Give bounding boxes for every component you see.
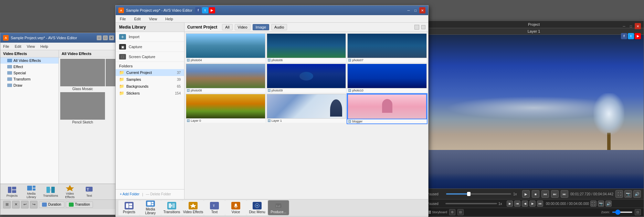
media-thumb-photo08[interactable]: 🖼 photo08: [186, 64, 265, 93]
back-btn-text[interactable]: T Text: [80, 185, 98, 198]
volume-icon2[interactable]: 🔊: [605, 200, 612, 207]
toolbar-voice-button[interactable]: Voice: [225, 200, 246, 215]
storyboard-settings-btn2[interactable]: ⚙: [449, 209, 455, 215]
back-btn-projects[interactable]: Projects: [3, 185, 21, 198]
back-menu-edit[interactable]: Edit: [15, 44, 21, 48]
media-thumb-photo06[interactable]: 🖼 photo06: [267, 33, 346, 62]
project-zoom-fit-btn[interactable]: ⊡: [635, 209, 641, 215]
fullscreen-icon2[interactable]: ⛶: [590, 200, 597, 207]
media-thumb-photo04[interactable]: 🖼 photo04: [186, 33, 265, 62]
project-yt-icon[interactable]: ▶: [635, 33, 641, 39]
transport-step-button[interactable]: ⏭: [561, 190, 568, 198]
back-delete-btn[interactable]: ✕: [12, 201, 20, 208]
back-effect-glass-mosaic[interactable]: Glass Mosaic: [60, 59, 105, 91]
main-menu-view[interactable]: View: [148, 16, 159, 22]
main-menu-help[interactable]: Help: [164, 16, 175, 22]
snapshot-icon2[interactable]: 📷: [598, 200, 604, 207]
toolbar-disc-button[interactable]: Disc Menu: [246, 200, 268, 215]
facebook-icon[interactable]: f: [195, 7, 201, 13]
back-undo-btn[interactable]: ↩: [21, 201, 29, 208]
toolbar-text-button[interactable]: T Text: [204, 200, 225, 215]
back-tree-effect[interactable]: Effect: [0, 64, 59, 70]
back-menu-view[interactable]: View: [27, 44, 35, 48]
back-grid-btn[interactable]: ⊞: [3, 201, 11, 208]
scale-icon-small[interactable]: [421, 25, 425, 29]
twitter-icon[interactable]: t: [202, 7, 208, 13]
filter-audio-button[interactable]: Audio: [271, 24, 287, 30]
back-close-button[interactable]: ✕: [109, 35, 114, 40]
toolbar-produce-button[interactable]: Produce...: [268, 200, 289, 215]
back-effect-pencil-sketch[interactable]: Pencil Sketch: [60, 92, 105, 125]
back-menu-file[interactable]: File: [3, 44, 9, 48]
main-minimize-button[interactable]: ─: [405, 7, 412, 13]
transport2-prevframe-button[interactable]: ◀: [522, 200, 528, 207]
back-tree-special[interactable]: Special: [0, 70, 59, 76]
transport2-nextframe-button[interactable]: ▶: [529, 200, 536, 207]
back-duration-btn[interactable]: Duration: [39, 202, 64, 208]
folder-current-project[interactable]: 📁 Current Project 37: [116, 69, 184, 76]
back-btn-vfx[interactable]: Video Effects: [61, 185, 79, 198]
screen-capture-button[interactable]: ⬚ Screen Capture: [116, 52, 184, 62]
back-maximize-button[interactable]: □: [103, 35, 108, 40]
back-transition-btn[interactable]: Transition: [66, 202, 93, 208]
project-zoom-slider[interactable]: [612, 211, 633, 213]
toolbar-vfx-button[interactable]: Video Effects: [182, 200, 204, 215]
transport2-play-button[interactable]: ▶: [507, 200, 513, 207]
storyboard-panel-btn[interactable]: ⊟: [457, 209, 464, 215]
transport-stop-button[interactable]: ■: [532, 190, 539, 198]
main-maximize-button[interactable]: □: [412, 7, 419, 13]
toolbar-projects-button[interactable]: Projects: [118, 200, 140, 215]
main-menu-edit[interactable]: Edit: [133, 16, 142, 22]
media-thumb-layer1[interactable]: 🖼 Layer 1: [267, 94, 346, 123]
volume-icon[interactable]: 🔊: [633, 190, 641, 198]
capture-button[interactable]: ▣ Capture: [116, 42, 184, 52]
main-menu-file[interactable]: File: [118, 16, 127, 22]
folder-stickers[interactable]: 📁 Stickers 154: [116, 90, 184, 97]
back-tree-all-video-effects[interactable]: All Video Effects: [0, 57, 59, 64]
filter-all-button[interactable]: All: [222, 24, 232, 30]
folder-samples[interactable]: 📁 Samples 39: [116, 76, 184, 83]
media-thumb-photo10[interactable]: 🖼 photo10: [347, 64, 427, 93]
media-thumb-blogger[interactable]: 🖼 blogger: [347, 94, 427, 123]
back-menu-help[interactable]: Help: [40, 44, 48, 48]
media-thumb-photo07[interactable]: 🖼 photo07: [347, 33, 427, 62]
project-progress-handle[interactable]: [467, 192, 471, 196]
add-folder-button[interactable]: + Add Folder: [118, 192, 141, 197]
project-progress-bar2[interactable]: [445, 203, 497, 204]
transport-play-button[interactable]: ▶: [522, 190, 530, 198]
back-redo-btn[interactable]: ↪: [30, 201, 38, 208]
media-thumb-layer0[interactable]: 🖼 Layer 0: [186, 94, 265, 123]
toolbar-medlib-button[interactable]: Media Library: [140, 200, 161, 215]
project-fb-icon[interactable]: f: [621, 33, 627, 39]
youtube-icon[interactable]: ▶: [209, 7, 215, 13]
media-thumb-photo09[interactable]: 🖼 photo09: [267, 64, 346, 93]
filter-video-button[interactable]: Video: [235, 24, 251, 30]
project-progress-bar[interactable]: [446, 193, 511, 195]
project-maximize-button[interactable]: □: [628, 23, 634, 29]
folder-backgrounds[interactable]: 📁 Backgrounds 65: [116, 83, 184, 90]
back-tree-transform[interactable]: Transform: [0, 76, 59, 82]
filter-image-button[interactable]: Image: [253, 24, 270, 30]
toolbar-transitions-label: Transitions: [163, 210, 180, 214]
back-tree-draw[interactable]: Draw: [0, 82, 59, 88]
fullscreen-icon[interactable]: ⛶: [615, 190, 623, 198]
transport-prev-button[interactable]: ⏮: [541, 190, 549, 198]
main-close-button[interactable]: ✕: [419, 7, 425, 13]
photo08-image: [186, 64, 265, 88]
transport2-next-button[interactable]: ⏭: [537, 200, 543, 207]
toolbar-transitions-button[interactable]: Transitions: [161, 200, 182, 215]
project-tw-icon[interactable]: t: [628, 33, 634, 39]
transport-next-button[interactable]: ⏭: [551, 190, 559, 198]
back-minimize-button[interactable]: ─: [97, 35, 102, 40]
main-app-icon: A: [118, 8, 124, 13]
back-btn-transitions[interactable]: Transitions: [42, 185, 60, 198]
back-btn-medlib[interactable]: Media Library: [22, 185, 40, 198]
scale-control[interactable]: [414, 25, 419, 30]
project-close-button[interactable]: ✕: [635, 23, 641, 29]
transport2-prev-button[interactable]: ⏮: [514, 200, 520, 207]
delete-folder-button[interactable]: — Delete Folder: [145, 192, 172, 197]
storyboard-control[interactable]: Storyboard: [427, 210, 447, 214]
snapshot-icon[interactable]: 📷: [624, 190, 632, 198]
import-button[interactable]: + Import: [116, 32, 184, 42]
project-minimize-button[interactable]: ─: [621, 23, 627, 29]
